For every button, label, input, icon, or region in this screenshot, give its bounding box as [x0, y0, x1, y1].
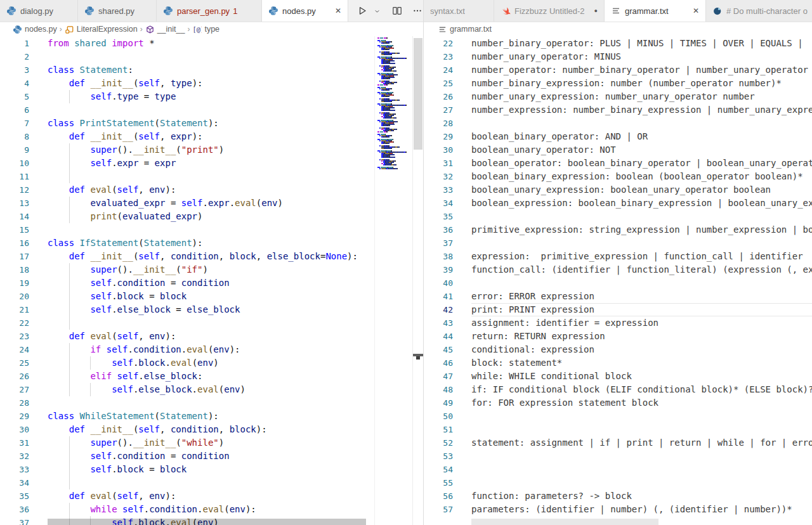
line-number: 25: [424, 77, 453, 90]
line-number: 48: [424, 383, 453, 396]
horizontal-scrollbar-thumb[interactable]: [471, 519, 658, 525]
tab-label: nodes.py: [282, 6, 316, 16]
more-actions-button[interactable]: [411, 4, 423, 17]
code-line: 27number_expression: number_binary_expre…: [424, 103, 812, 117]
line-number: 2: [0, 50, 29, 63]
line-number: 12: [0, 183, 29, 197]
breadcrumb-item-method[interactable]: __init__: [145, 25, 185, 34]
code-line: 32 self.condition = condition: [0, 450, 374, 463]
minimap-line: [377, 168, 412, 169]
code-text: super().__init__("print"): [48, 143, 374, 157]
code-text: self.condition = condition: [48, 276, 374, 290]
horizontal-scrollbar-thumb[interactable]: [48, 519, 366, 525]
code-text: [471, 237, 812, 250]
line-number: 16: [0, 237, 29, 250]
split-editor-button[interactable]: [391, 4, 403, 17]
line-number: 47: [424, 370, 453, 383]
code-text: while self.condition.eval(env):: [48, 503, 374, 516]
editor-nodes-py[interactable]: 1from shared import *23class Statement:4…: [0, 36, 423, 525]
line-number: 38: [424, 250, 453, 263]
code-text: while: WHILE conditional block: [471, 370, 812, 383]
class-icon: [65, 25, 74, 34]
indent-guide: [69, 503, 70, 516]
breadcrumb-separator: ›: [140, 25, 143, 34]
line-number: 41: [424, 290, 453, 303]
line-number: 10: [0, 157, 29, 170]
code-text: number_unary_operator: MINUS: [471, 50, 812, 63]
dirty-indicator[interactable]: ●: [589, 8, 598, 14]
tab-dialog-py[interactable]: dialog.py: [0, 0, 78, 22]
indent-guide: [69, 356, 70, 370]
split-editor-icon: [392, 6, 402, 16]
tab-syntax-txt[interactable]: syntax.txt: [424, 0, 494, 22]
breadcrumb-item-file[interactable]: nodes.py: [13, 25, 57, 34]
line-number: 7: [0, 117, 29, 130]
breadcrumb-item-class[interactable]: LiteralExpression: [65, 25, 138, 34]
code-line: 31 super().__init__("while"): [0, 436, 374, 450]
code-line: 25number_binary_expression: number (numb…: [424, 77, 812, 90]
tab-shared-py[interactable]: shared.py: [78, 0, 157, 22]
line-number: 45: [424, 343, 453, 356]
tab-fizzbuzz-untitled-2[interactable]: Fizzbuzz Untitled-2 ●: [494, 0, 605, 22]
sphere-icon: [712, 6, 723, 16]
code-text: def __init__(self, condition, block):: [48, 423, 374, 436]
python-icon: [6, 6, 16, 16]
code-text: [471, 450, 812, 463]
line-number: 37: [0, 516, 29, 525]
vertical-scrollbar[interactable]: [412, 36, 423, 525]
code-text: def __init__(self, type):: [48, 77, 374, 90]
code-text: class IfStatement(Statement):: [48, 237, 374, 250]
run-dropdown-button[interactable]: [372, 6, 382, 16]
code-line: 13 evaluated_expr = self.expr.eval(env): [0, 197, 374, 210]
code-text: [471, 210, 812, 223]
indent-guide: [69, 383, 70, 396]
line-number: 49: [424, 396, 453, 410]
text-file-icon: [611, 6, 621, 16]
run-button[interactable]: [356, 4, 369, 17]
line-number: 30: [424, 143, 453, 157]
line-number: 22: [424, 37, 453, 50]
code-text: class WhileStatement(Statement):: [48, 410, 374, 423]
line-number: 20: [0, 290, 29, 303]
tab-do-multi-character[interactable]: # Do multi-character o: [706, 0, 812, 22]
tab-parser-gen-py[interactable]: parser_gen.py 1: [157, 0, 262, 22]
close-icon[interactable]: ✕: [687, 7, 699, 15]
indent-guide: [69, 170, 70, 183]
code-line: 12 def eval(self, env):: [0, 183, 374, 197]
line-number: 50: [424, 410, 453, 423]
breadcrumb-item-file[interactable]: grammar.txt: [438, 25, 492, 34]
code-text: class PrintStatement(Statement):: [48, 117, 374, 130]
tabbar-left: dialog.py shared.py parser_gen.py 1 node…: [0, 0, 423, 22]
breadcrumb-separator: ›: [60, 25, 62, 34]
breadcrumb: grammar.txt: [424, 22, 812, 36]
editor-grammar-txt[interactable]: 22number_binary_operator: PLUS | MINUS |…: [424, 36, 812, 525]
code-line: 33 self.block = block: [0, 463, 374, 476]
code-line: 2: [0, 50, 374, 63]
code-line: 29class WhileStatement(Statement):: [0, 410, 374, 423]
code-text: number_expression: number_binary_express…: [471, 103, 812, 117]
code-line: 25 self.block.eval(env): [0, 356, 374, 370]
scrollbar-thumb[interactable]: [414, 38, 422, 150]
code-text: number_binary_expression: number (number…: [471, 77, 812, 90]
indent-guide: [69, 143, 70, 157]
code-text: error: ERROR expression: [471, 290, 812, 303]
code-line: 1from shared import *: [0, 37, 374, 50]
minimap[interactable]: [374, 36, 412, 525]
code-line: 35: [424, 210, 812, 223]
code-line: 8 def __init__(self, expr):: [0, 130, 374, 143]
breadcrumb-item-symbol[interactable]: type: [192, 25, 219, 34]
code-line: 21 self.else_block = else_block: [0, 303, 374, 316]
code-line: 19 self.condition = condition: [0, 276, 374, 290]
line-number: 29: [424, 130, 453, 143]
tab-nodes-py[interactable]: nodes.py ✕: [262, 0, 348, 22]
indent-guide: [90, 356, 91, 370]
method-icon: [145, 25, 155, 34]
code-line: 3class Statement:: [0, 63, 374, 77]
line-number: 19: [0, 276, 29, 290]
code-line: 6: [0, 103, 374, 117]
close-icon[interactable]: ✕: [329, 7, 341, 15]
code-line: 14 print(evaluated_expr): [0, 210, 374, 223]
code-line: 38expression: primitive_expression | fun…: [424, 250, 812, 263]
code-line: 35 def eval(self, env):: [0, 489, 374, 503]
tab-grammar-txt[interactable]: grammar.txt ✕: [605, 0, 706, 22]
